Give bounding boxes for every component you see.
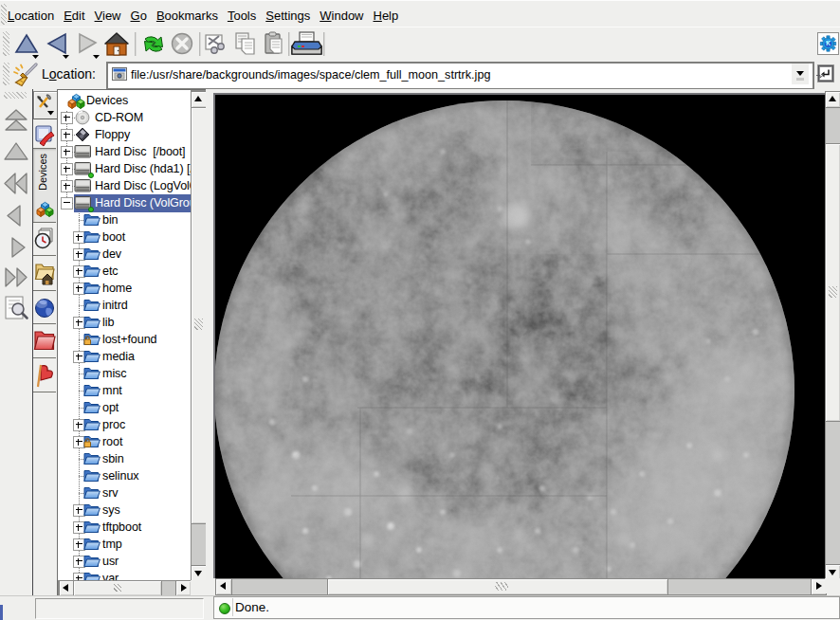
svg-text:K: K bbox=[826, 40, 831, 46]
